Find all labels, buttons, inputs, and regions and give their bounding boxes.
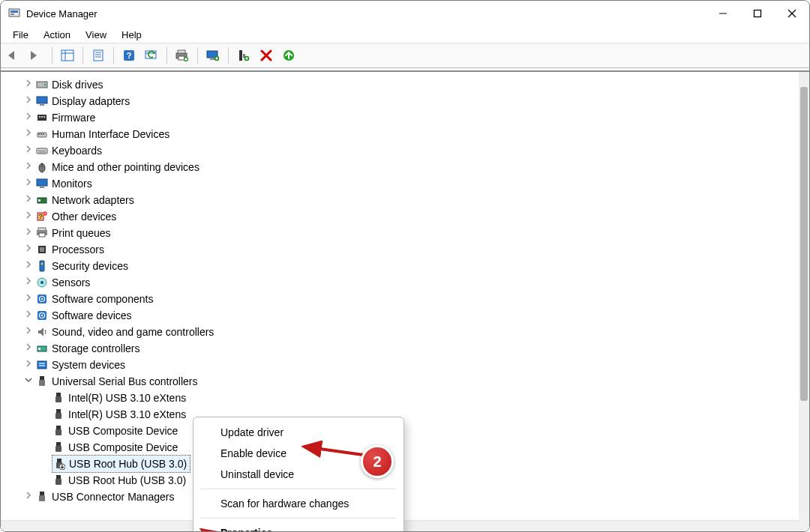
- display-icon: [35, 94, 49, 108]
- menu-view[interactable]: View: [78, 28, 114, 42]
- expand-arrow-icon[interactable]: [23, 324, 34, 340]
- menu-file[interactable]: File: [5, 28, 36, 42]
- tree-item[interactable]: Security devices: [23, 258, 796, 274]
- help-icon[interactable]: ?: [118, 46, 140, 65]
- tree-item[interactable]: Sound, video and game controllers: [23, 324, 796, 340]
- tree-item-label: Firmware: [52, 109, 95, 126]
- expand-arrow-icon[interactable]: [23, 340, 34, 357]
- device-manager-window: Device Manager File Action View Help: [0, 0, 810, 532]
- tree-item-usb-device[interactable]: Intel(R) USB 3.10 eXtens: [40, 390, 796, 406]
- tree-item[interactable]: Display adapters: [23, 93, 796, 109]
- expand-arrow-icon[interactable]: [23, 142, 34, 159]
- tree-item-usb-device[interactable]: USB Root Hub (USB 3.0): [40, 472, 796, 489]
- monitor-icon[interactable]: [202, 46, 224, 65]
- expand-arrow-icon[interactable]: [23, 109, 34, 126]
- tree-item-label: Network adapters: [52, 192, 134, 208]
- scrollbar-thumb[interactable]: [800, 87, 808, 401]
- svg-point-59: [41, 263, 44, 265]
- scan-icon[interactable]: [141, 46, 162, 65]
- tree-item[interactable]: Human Interface Devices: [23, 126, 796, 142]
- expand-arrow-icon[interactable]: [23, 126, 34, 142]
- expand-arrow-icon[interactable]: [23, 225, 34, 241]
- properties-icon[interactable]: [88, 46, 109, 65]
- disk-icon: [35, 78, 49, 91]
- svg-rect-47: [40, 187, 44, 188]
- svg-rect-31: [37, 97, 47, 103]
- toolbar-sep: [52, 47, 52, 64]
- menu-action[interactable]: Action: [36, 28, 78, 42]
- tree-item[interactable]: Keyboards: [23, 142, 796, 159]
- svg-rect-82: [56, 446, 62, 452]
- update-driver-icon[interactable]: [278, 46, 299, 65]
- back-button[interactable]: [4, 46, 25, 65]
- show-tree-icon[interactable]: [57, 46, 78, 65]
- expand-arrow-icon[interactable]: [23, 175, 34, 192]
- selected-item[interactable]: USB Root Hub (USB 3.0): [52, 455, 190, 473]
- expand-arrow-icon[interactable]: [23, 489, 34, 505]
- menu-help[interactable]: Help: [114, 28, 149, 42]
- svg-rect-58: [40, 261, 44, 271]
- expand-arrow-icon[interactable]: [23, 76, 34, 93]
- expand-arrow-icon[interactable]: [23, 274, 34, 291]
- expand-arrow-icon[interactable]: [23, 208, 34, 225]
- tree-item[interactable]: Sensors: [23, 274, 796, 291]
- svg-rect-89: [39, 495, 45, 501]
- tree-item-usb-device[interactable]: USB Composite Device: [40, 439, 796, 456]
- toolbar: ?: [1, 43, 809, 68]
- tree-item-label: Keyboards: [52, 142, 102, 159]
- hid-icon: [35, 127, 49, 141]
- disable-device-icon[interactable]: [256, 46, 277, 65]
- expand-arrow-icon[interactable]: [23, 357, 34, 373]
- expand-arrow-icon[interactable]: [23, 258, 34, 274]
- svg-rect-79: [56, 426, 61, 429]
- tree-item-usb-controllers[interactable]: Universal Serial Bus controllers: [23, 373, 796, 390]
- swcomp-icon: [35, 292, 49, 306]
- storage-icon: [35, 342, 49, 355]
- swdev-icon: [35, 309, 49, 322]
- tree-item-usb-connector-managers[interactable]: USB Connector Managers: [23, 489, 796, 505]
- annotation-marker-2: 2: [361, 445, 394, 478]
- tree-item-usb-device[interactable]: USB Composite Device: [40, 423, 796, 439]
- expand-arrow-icon[interactable]: [23, 241, 34, 258]
- svg-rect-1: [10, 10, 18, 13]
- tree-item[interactable]: System devices: [23, 357, 796, 373]
- minimize-button[interactable]: [706, 1, 740, 26]
- ctx-update-driver[interactable]: Update driver: [194, 422, 404, 443]
- tree-item[interactable]: Software devices: [23, 307, 796, 324]
- close-button[interactable]: [775, 1, 809, 26]
- vertical-scrollbar[interactable]: [799, 72, 809, 521]
- ctx-scan-hardware[interactable]: Scan for hardware changes: [194, 493, 404, 514]
- svg-rect-88: [40, 492, 44, 495]
- expand-arrow-icon[interactable]: [23, 192, 34, 208]
- tree-item[interactable]: Storage controllers: [23, 340, 796, 357]
- tree-item[interactable]: Mice and other pointing devices: [23, 159, 796, 175]
- svg-rect-35: [41, 116, 43, 118]
- expand-arrow-icon[interactable]: [23, 291, 34, 307]
- tree-item-usb-device[interactable]: Intel(R) USB 3.10 eXtens: [40, 406, 796, 423]
- ctx-properties[interactable]: Properties: [194, 522, 404, 532]
- tree-item[interactable]: Disk drives: [23, 76, 796, 93]
- tree-item[interactable]: Monitors: [23, 175, 796, 192]
- tree-item[interactable]: ?Other devices: [23, 208, 796, 225]
- tree-item-label: Monitors: [52, 175, 92, 192]
- tree-item-label: Security devices: [52, 258, 128, 274]
- enable-device-icon[interactable]: [233, 46, 254, 65]
- svg-rect-23: [210, 58, 214, 60]
- tree-item[interactable]: Print queues: [23, 225, 796, 241]
- tree-item[interactable]: Processors: [23, 241, 796, 258]
- expand-arrow-icon[interactable]: [23, 159, 34, 175]
- svg-rect-83: [57, 459, 62, 462]
- titlebar: Device Manager: [1, 1, 809, 26]
- expand-arrow-icon[interactable]: [23, 93, 34, 109]
- tree-item-usb-device[interactable]: USB Root Hub (USB 3.0): [40, 456, 796, 472]
- print-icon[interactable]: [172, 46, 193, 65]
- forward-button[interactable]: [26, 46, 47, 65]
- expand-arrow-icon[interactable]: [23, 307, 34, 324]
- tree-item-label: USB Root Hub (USB 3.0): [68, 472, 186, 489]
- tree-item[interactable]: Software components: [23, 291, 796, 307]
- tree-item[interactable]: Firmware: [23, 109, 796, 126]
- expand-arrow-icon[interactable]: [23, 373, 34, 390]
- maximize-button[interactable]: [740, 1, 775, 26]
- tree-item[interactable]: Network adapters: [23, 192, 796, 208]
- svg-rect-81: [56, 442, 61, 446]
